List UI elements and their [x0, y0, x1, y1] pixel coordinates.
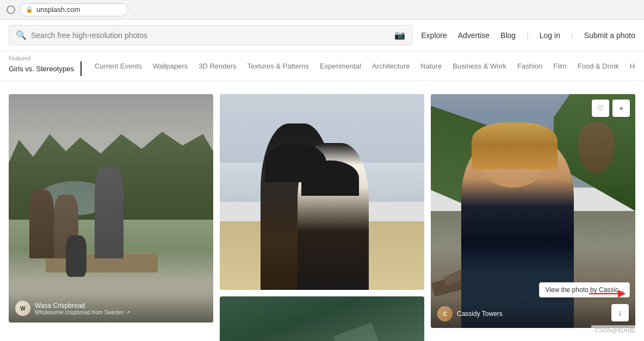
photo-card-2[interactable]	[220, 94, 424, 290]
featured-link[interactable]: Girls vs. Stereotypes	[9, 61, 82, 76]
author-name-1: Wasa Crispbread	[35, 302, 130, 309]
url-text: unsplash.com	[36, 5, 80, 14]
nav-experimental[interactable]: Experimental	[314, 59, 367, 73]
nav-fashion[interactable]: Fashion	[512, 59, 548, 73]
photo-actions-3: ♡ +	[592, 100, 630, 117]
author-info-3: Cassidy Towers	[457, 310, 503, 318]
nav-food[interactable]: Food & Drink	[572, 59, 624, 73]
photo-card-3[interactable]: ♡ + View the photo by Cassic...	[431, 94, 635, 328]
photo-col-3: ♡ + View the photo by Cassic...	[431, 94, 635, 328]
search-bar[interactable]: 🔍 📷	[9, 25, 412, 45]
photo-author-3: C Cassidy Towers	[437, 306, 503, 321]
main-content: W Wasa Crispbread Wholesome crispbread f…	[0, 81, 644, 341]
login-button[interactable]: Log in	[540, 31, 560, 40]
url-bar[interactable]: 🔒 unsplash.com	[20, 3, 128, 16]
author-sub-1: Wholesome crispbread from Sweden ↗	[35, 309, 130, 315]
photo-overlay-1: W Wasa Crispbread Wholesome crispbread f…	[9, 294, 213, 323]
nav-business[interactable]: Business & Work	[447, 59, 512, 73]
camera-search-button[interactable]: 📷	[394, 30, 405, 40]
author-avatar-1: W	[15, 301, 30, 316]
photo-col-2	[220, 94, 424, 341]
nav-textures[interactable]: Textures & Patterns	[242, 59, 314, 73]
author-name-3: Cassidy Towers	[457, 310, 503, 318]
author-info-1: Wasa Crispbread Wholesome crispbread fro…	[35, 302, 130, 315]
category-nav: Featured Girls vs. Stereotypes Current E…	[0, 51, 644, 80]
view-photo-tooltip: View the photo by Cassic...	[539, 282, 630, 297]
photo-author-1: W Wasa Crispbread Wholesome crispbread f…	[15, 301, 130, 316]
photo-overlay-3: C Cassidy Towers ↓	[431, 297, 635, 328]
lock-icon: 🔒	[26, 6, 33, 13]
browser-chrome: 🔒 unsplash.com	[0, 0, 644, 20]
advertise-link[interactable]: Advertise	[458, 31, 490, 40]
photo-card-1[interactable]: W Wasa Crispbread Wholesome crispbread f…	[9, 94, 213, 323]
add-button-3[interactable]: +	[612, 100, 630, 117]
category-nav-inner: Featured Girls vs. Stereotypes Current E…	[9, 51, 635, 80]
nav-current-events[interactable]: Current Events	[89, 59, 147, 73]
search-input[interactable]	[31, 31, 390, 40]
download-button-3[interactable]: ↓	[611, 304, 629, 321]
header-top: 🔍 📷 Explore Advertise Blog | Log in / Su…	[0, 20, 644, 51]
photo-card-4[interactable]	[220, 296, 424, 341]
header-actions: Explore Advertise Blog | Log in / Submit…	[421, 31, 635, 40]
blog-link[interactable]: Blog	[500, 31, 516, 40]
photo-col-1: W Wasa Crispbread Wholesome crispbread f…	[9, 94, 213, 323]
site-header: 🔍 📷 Explore Advertise Blog | Log in / Su…	[0, 20, 644, 81]
explore-link[interactable]: Explore	[421, 31, 447, 40]
submit-link[interactable]: Submit a photo	[584, 31, 635, 40]
nav-architecture[interactable]: Architecture	[367, 59, 415, 73]
nav-health[interactable]: Health & Wellness	[624, 59, 635, 73]
nav-film[interactable]: Film	[548, 59, 572, 73]
nav-nature[interactable]: Nature	[415, 59, 447, 73]
search-icon: 🔍	[16, 30, 27, 40]
featured-label: Featured	[9, 55, 88, 61]
watermark: CSDN@机AI狐	[591, 325, 639, 336]
nav-divider-2: /	[571, 31, 573, 40]
loading-spinner	[7, 5, 15, 14]
nav-3d-renders[interactable]: 3D Renders	[193, 59, 242, 73]
author-avatar-3: C	[437, 306, 453, 321]
photo-grid: W Wasa Crispbread Wholesome crispbread f…	[9, 94, 635, 341]
nav-divider: |	[527, 31, 529, 40]
nav-wallpapers[interactable]: Wallpapers	[147, 59, 194, 73]
heart-button-3[interactable]: ♡	[592, 100, 609, 117]
